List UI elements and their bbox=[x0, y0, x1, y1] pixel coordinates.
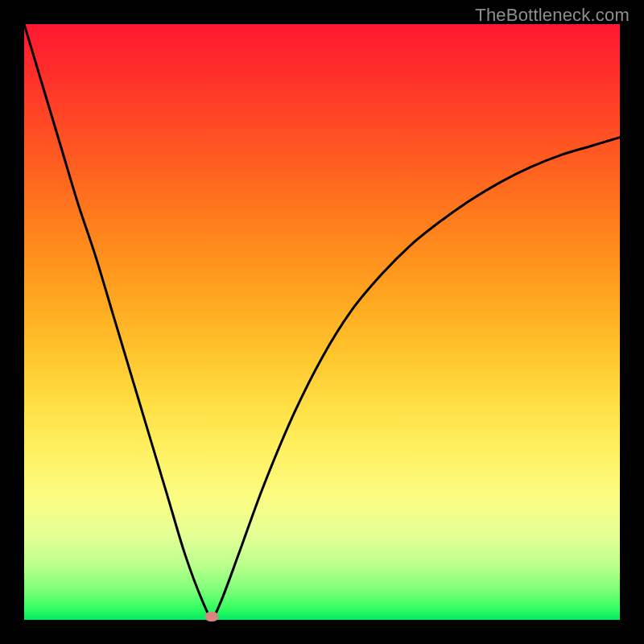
bottleneck-curve-path bbox=[24, 24, 620, 617]
watermark-text: TheBottleneck.com bbox=[475, 5, 630, 26]
chart-frame: TheBottleneck.com bbox=[0, 0, 644, 644]
curve-svg bbox=[24, 24, 620, 620]
optimum-marker bbox=[205, 612, 218, 621]
plot-area bbox=[24, 24, 620, 620]
